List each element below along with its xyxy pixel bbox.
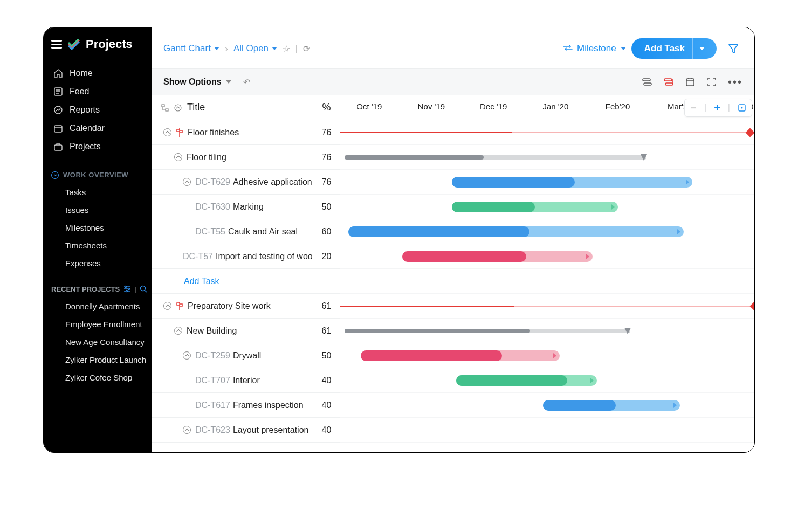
breadcrumb-view[interactable]: Gantt Chart xyxy=(163,43,219,54)
collapse-icon xyxy=(51,171,59,179)
hierarchy-icon[interactable] xyxy=(161,104,169,112)
recent-projects-label: RECENT PROJECTS xyxy=(51,285,120,293)
task-code: DC-T629 xyxy=(195,177,230,187)
add-task-inline[interactable]: Add Task xyxy=(152,269,313,294)
caret-icon[interactable] xyxy=(163,302,171,310)
gantt-row[interactable] xyxy=(340,244,754,269)
task-bar[interactable] xyxy=(402,251,593,262)
svg-rect-24 xyxy=(686,79,694,86)
chart-column: Oct '19Nov '19Dec '19Jan '20Feb'20Mar'20… xyxy=(340,95,754,452)
percent-cell: 50 xyxy=(313,343,340,368)
task-row[interactable]: Preparatory Site work xyxy=(152,294,313,319)
task-row[interactable]: Floor finishes xyxy=(152,120,313,145)
task-row[interactable]: DC-T57Import and testing of woo.. xyxy=(152,244,313,269)
milestone-flag-icon xyxy=(176,128,183,137)
work-item-issues[interactable]: Issues xyxy=(44,201,152,219)
milestone-bar[interactable] xyxy=(340,129,750,136)
gantt-row[interactable] xyxy=(340,319,754,343)
work-item-tasks[interactable]: Tasks xyxy=(44,183,152,201)
svg-line-15 xyxy=(145,291,147,292)
task-bar[interactable] xyxy=(361,350,560,361)
gantt-row[interactable] xyxy=(340,368,754,393)
task-row[interactable]: DC-T630Marking xyxy=(152,195,313,219)
recent-project-item[interactable]: Employee Enrollment xyxy=(44,315,152,333)
chart-rows[interactable] xyxy=(340,120,754,443)
group-bar[interactable] xyxy=(345,329,630,333)
work-item-milestones[interactable]: Milestones xyxy=(44,219,152,237)
milestone-bar[interactable] xyxy=(340,303,754,309)
task-bar[interactable] xyxy=(452,177,692,188)
caret-icon[interactable] xyxy=(183,178,191,186)
gantt-row[interactable] xyxy=(340,294,754,319)
caret-icon[interactable] xyxy=(183,426,191,434)
fullscreen-icon[interactable] xyxy=(706,77,717,87)
group-bar[interactable] xyxy=(345,155,647,160)
more-icon[interactable]: ••• xyxy=(728,76,742,88)
task-bar[interactable] xyxy=(456,375,597,386)
caret-icon[interactable] xyxy=(163,128,171,136)
svg-rect-29 xyxy=(166,109,168,111)
task-title: Drywall xyxy=(233,351,261,361)
nav-item-feed[interactable]: Feed xyxy=(44,82,152,101)
work-overview-label[interactable]: WORK OVERVIEW xyxy=(44,163,152,183)
zoom-fit-button[interactable] xyxy=(738,103,746,112)
caret-icon[interactable] xyxy=(174,153,182,161)
add-task-dropdown[interactable] xyxy=(692,38,711,59)
nav-item-calendar[interactable]: Calendar xyxy=(44,119,152,137)
collapse-all-icon[interactable] xyxy=(174,104,182,112)
task-bar[interactable] xyxy=(543,400,679,411)
task-row[interactable]: DC-T259Drywall xyxy=(152,343,313,368)
add-task-label: Add Task xyxy=(644,43,685,54)
gantt-row[interactable] xyxy=(340,269,754,294)
task-row[interactable]: DC-T617Frames inspection xyxy=(152,393,313,418)
calendar-icon[interactable] xyxy=(685,77,696,87)
zoom-in-button[interactable]: + xyxy=(714,102,720,114)
recent-project-item[interactable]: New Age Consultancy xyxy=(44,333,152,351)
undo-icon[interactable]: ↶ xyxy=(243,77,250,87)
gantt-row[interactable] xyxy=(340,393,754,418)
zoom-out-button[interactable]: − xyxy=(690,102,697,114)
caret-icon[interactable] xyxy=(183,351,191,360)
title-column: Title Floor finishesFloor tilingDC-T629A… xyxy=(152,95,313,452)
sliders-icon[interactable] xyxy=(123,285,131,293)
task-row[interactable]: New Building xyxy=(152,319,313,343)
recent-project-item[interactable]: Zylker Cofee Shop xyxy=(44,369,152,386)
baseline-icon[interactable] xyxy=(642,77,652,87)
menu-icon[interactable] xyxy=(51,40,62,49)
gantt-row[interactable] xyxy=(340,343,754,368)
milestone-icon xyxy=(563,45,573,52)
chevron-down-icon xyxy=(699,47,705,50)
refresh-icon[interactable]: ⟳ xyxy=(303,44,310,54)
add-task-button[interactable]: Add Task xyxy=(631,38,717,59)
task-row[interactable]: DC-T55Caulk and Air seal xyxy=(152,219,313,244)
recent-project-item[interactable]: Zylker Product Launch xyxy=(44,351,152,369)
milestone-dropdown[interactable]: Milestone xyxy=(563,43,626,54)
nav-item-projects[interactable]: Projects xyxy=(44,137,152,156)
show-options-button[interactable]: Show Options xyxy=(163,77,231,87)
task-row[interactable]: DC-T623Layout presentation xyxy=(152,418,313,443)
work-item-timesheets[interactable]: Timesheets xyxy=(44,237,152,254)
percent-cell: 76 xyxy=(313,170,340,195)
task-bar[interactable] xyxy=(452,202,617,212)
gantt-row[interactable] xyxy=(340,170,754,195)
task-title: Adhesive application xyxy=(233,177,312,187)
task-bar[interactable] xyxy=(348,226,684,237)
task-row[interactable]: DC-T707Interior xyxy=(152,368,313,393)
critical-path-icon[interactable] xyxy=(663,77,674,87)
filter-icon[interactable] xyxy=(727,43,739,54)
task-row[interactable]: DC-T629Adhesive application xyxy=(152,170,313,195)
recent-project-item[interactable]: Donnelly Apartments xyxy=(44,298,152,315)
breadcrumb-filter[interactable]: All Open xyxy=(233,43,277,54)
nav-item-reports[interactable]: Reports xyxy=(44,101,152,119)
caret-icon[interactable] xyxy=(174,327,182,335)
star-icon[interactable]: ☆ xyxy=(283,44,290,54)
gantt-row[interactable] xyxy=(340,219,754,244)
gantt-row[interactable] xyxy=(340,145,754,170)
search-icon[interactable] xyxy=(140,285,147,293)
task-row[interactable]: Floor tiling xyxy=(152,145,313,170)
work-item-expenses[interactable]: Expenses xyxy=(44,254,152,272)
nav-item-home[interactable]: Home xyxy=(44,64,152,82)
gantt-row[interactable] xyxy=(340,418,754,443)
gantt-row[interactable] xyxy=(340,120,754,145)
gantt-row[interactable] xyxy=(340,195,754,219)
